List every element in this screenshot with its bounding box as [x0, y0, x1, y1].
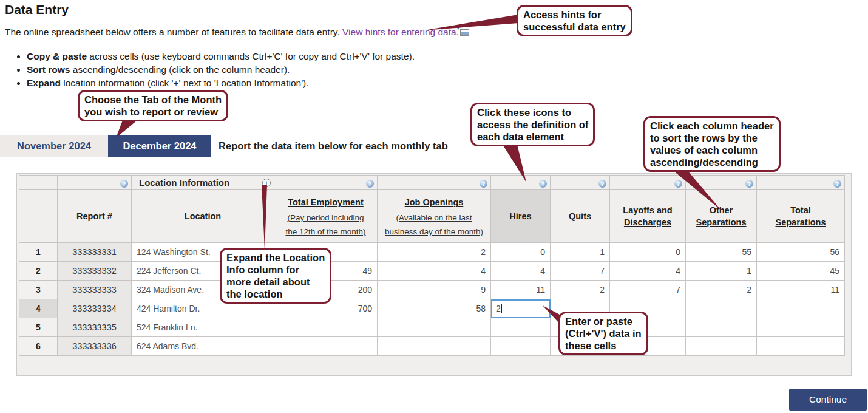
other-separations-cell[interactable]: 2 [686, 281, 757, 299]
new-window-icon [460, 29, 469, 36]
definition-icon-row: ? Location Information + ? ? ? ? ? ? ? [19, 176, 845, 190]
other-separations-cell[interactable] [686, 299, 757, 318]
column-label: Discharges [610, 216, 685, 228]
help-icon[interactable]: ? [480, 180, 487, 188]
layoffs-cell[interactable]: 0 [610, 243, 686, 262]
callout-line: the location [226, 288, 325, 300]
help-icon[interactable]: ? [833, 180, 841, 188]
column-header-report[interactable]: Report # [58, 190, 132, 243]
job-openings-cell[interactable]: 9 [378, 281, 491, 299]
hires-cell[interactable] [491, 318, 551, 337]
other-separations-cell[interactable]: 55 [686, 243, 757, 262]
column-label: Total [757, 204, 844, 216]
text-cursor [501, 304, 502, 313]
column-label: Job Openings [378, 196, 490, 208]
column-header-total-employment[interactable]: Total Employment (Pay period including t… [274, 190, 378, 243]
corner-cell [19, 176, 58, 190]
column-label: Total Employment [274, 196, 377, 208]
total-employment-cell[interactable] [274, 337, 378, 356]
bullet-bold: Sort rows [27, 64, 70, 75]
column-label: Separations [757, 216, 844, 228]
column-header-location[interactable]: Location [132, 190, 274, 243]
total-separations-cell[interactable]: 56 [757, 243, 845, 262]
other-separations-cell[interactable] [686, 337, 757, 356]
total-employment-cell[interactable] [274, 318, 378, 337]
total-separations-cell[interactable]: 11 [757, 281, 845, 299]
callout-line: Choose the Tab of the Month [84, 94, 222, 106]
hires-cell[interactable]: 11 [491, 281, 551, 299]
table-row: 3 333333333 324 Madison Ave. 200 9 11 2 … [19, 281, 845, 299]
total-separations-cell[interactable]: 45 [757, 262, 845, 281]
data-entry-grid: ? Location Information + ? ? ? ? ? ? ? –… [19, 175, 845, 356]
total-separations-cell[interactable] [757, 299, 845, 318]
row-number-cell: 6 [19, 337, 58, 356]
column-header-layoffs[interactable]: Layoffs and Discharges [610, 190, 686, 243]
tab-december-2024[interactable]: December 2024 [108, 135, 211, 157]
callout-line: ascending/descending [650, 156, 774, 168]
row-number-cell: 1 [19, 243, 58, 262]
callout-expand-location: Expand the Location Info column for more… [220, 248, 331, 304]
tab-november-2024[interactable]: November 2024 [0, 135, 108, 157]
other-separations-cell[interactable]: 1 [686, 262, 757, 281]
column-label: Location [132, 210, 274, 222]
help-icon[interactable]: ? [539, 180, 547, 188]
table-row: 1 333333331 124 Washington St. 2 0 1 0 5… [19, 243, 845, 262]
help-icon[interactable]: ? [120, 180, 128, 188]
total-separations-cell[interactable] [757, 337, 845, 356]
spreadsheet-container: ? Location Information + ? ? ? ? ? ? ? –… [16, 173, 852, 376]
job-openings-cell[interactable] [378, 337, 491, 356]
column-label: Quits [551, 210, 609, 222]
quits-cell[interactable]: 2 [551, 281, 610, 299]
bullet-bold: Expand [27, 78, 61, 88]
column-header-quits[interactable]: Quits [551, 190, 610, 243]
continue-button[interactable]: Continue [789, 389, 867, 411]
report-number-cell: 333333334 [58, 299, 132, 318]
report-number-cell: 333333333 [58, 281, 132, 299]
callout-line: (Ctrl+'V') data in [565, 327, 642, 340]
column-header-hires[interactable]: Hires [491, 190, 551, 243]
location-cell: 624 Adams Bvd. [132, 337, 274, 356]
bullet-bold: Copy & paste [27, 51, 87, 61]
total-separations-cell[interactable] [757, 318, 845, 337]
column-label: Other [686, 204, 756, 216]
job-openings-cell[interactable]: 58 [378, 299, 491, 318]
layoffs-cell[interactable]: 7 [610, 281, 686, 299]
job-openings-cell[interactable]: 4 [378, 262, 491, 281]
callout-line: Enter or paste [565, 315, 642, 327]
quits-cell[interactable]: 1 [551, 243, 610, 262]
quits-cell[interactable]: 7 [551, 262, 610, 281]
location-information-label: Location Information [139, 177, 229, 188]
callout-line: access the definition of [477, 118, 588, 131]
active-hires-cell[interactable]: 2 [491, 299, 551, 318]
column-header-row: – Report # Location Total Employment (Pa… [19, 190, 845, 243]
help-icon[interactable]: ? [745, 180, 753, 188]
column-header-job-openings[interactable]: Job Openings (Available on the last busi… [378, 190, 491, 243]
help-icon[interactable]: ? [674, 180, 682, 188]
callout-line: you wish to report or review [84, 106, 222, 118]
report-number-cell: 333333331 [58, 243, 132, 262]
report-number-cell: 333333332 [58, 262, 132, 281]
help-icon[interactable]: ? [598, 180, 606, 188]
page-title: Data Entry [5, 2, 69, 17]
location-cell: 524 Franklin Ln. [132, 318, 274, 337]
job-openings-cell[interactable]: 2 [378, 243, 491, 262]
column-header-other-separations[interactable]: Other Separations [686, 190, 757, 243]
intro-text: The online spreadsheet below offers a nu… [5, 27, 469, 38]
callout-enter-paste: Enter or paste (Ctrl+'V') data in these … [558, 312, 648, 355]
list-item: Copy & paste across cells (use keyboard … [27, 51, 415, 62]
bullet-text: location information (click '+' next to … [61, 78, 309, 88]
hires-cell[interactable] [491, 337, 551, 356]
job-openings-cell[interactable] [378, 318, 491, 337]
hires-cell[interactable]: 0 [491, 243, 551, 262]
hires-cell[interactable]: 4 [491, 262, 551, 281]
layoffs-cell[interactable]: 4 [610, 262, 686, 281]
expand-location-icon[interactable]: + [262, 179, 271, 187]
column-header-total-separations[interactable]: Total Separations [757, 190, 845, 243]
help-icon[interactable]: ? [366, 180, 374, 188]
table-row: 6 333333336 624 Adams Bvd. [19, 337, 845, 356]
other-separations-cell[interactable] [686, 318, 757, 337]
view-hints-link[interactable]: View hints for entering data. [342, 27, 459, 37]
table-row: 4 333333334 424 Hamilton Dr. 700 58 2 [19, 299, 845, 318]
callout-line: Click each column header [650, 120, 774, 132]
report-number-cell: 333333335 [58, 318, 132, 337]
